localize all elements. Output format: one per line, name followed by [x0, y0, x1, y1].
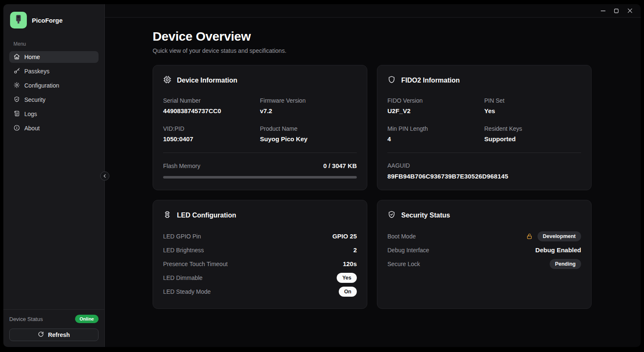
led-setting-row: LED GPIO Pin GPIO 25: [163, 229, 357, 243]
status-value-group: Development: [526, 231, 582, 241]
sidebar-item-label: About: [24, 125, 40, 132]
chevron-left-icon: [103, 172, 107, 180]
field-label: Serial Number: [163, 97, 260, 104]
window-minimize-button[interactable]: [596, 4, 610, 18]
fido2-information-card: FIDO2 Information FIDO Version U2F_V2 PI…: [377, 65, 592, 190]
status-badge: Pending: [550, 259, 581, 269]
card-divider: [387, 153, 581, 153]
sidebar-item-label: Home: [24, 54, 40, 60]
card-divider: [163, 153, 357, 153]
sidebar-item-label: Security: [24, 96, 46, 103]
refresh-button-label: Refresh: [48, 331, 70, 338]
field-value: 1050:0407: [163, 135, 260, 142]
card-title: Device Information: [177, 77, 237, 84]
led-setting-row: Presence Touch Timeout 120s: [163, 257, 357, 271]
field-value: Suyog Pico Key: [260, 135, 357, 142]
security-status-row: Secure Lock Pending: [387, 257, 581, 271]
field: FIDO Version U2F_V2: [387, 97, 484, 114]
field-value: Yes: [484, 107, 581, 114]
field-label: VID:PID: [163, 125, 260, 132]
sidebar-footer: Device Status Online Refresh: [3, 309, 104, 347]
setting-label: LED Dimmable: [163, 274, 203, 281]
led-setting-row: LED Steady Mode On: [163, 285, 357, 298]
security-status-list: Boot Mode Development: [387, 229, 581, 271]
field-label: Product Name: [260, 125, 357, 132]
security-status-row: Boot Mode Development: [387, 229, 581, 243]
window-titlebar: [105, 4, 641, 18]
card-title: Security Status: [401, 212, 450, 219]
setting-value: GPIO 25: [332, 233, 357, 240]
sidebar-item-configuration[interactable]: Configuration: [9, 80, 99, 91]
flash-memory-progress: [163, 176, 357, 179]
setting-badge: Yes: [337, 273, 357, 283]
card-title: FIDO2 Information: [401, 77, 460, 84]
field-label: Firmware Version: [260, 97, 357, 104]
shield-icon: [387, 75, 396, 85]
led-configuration-header: LED Configuration: [163, 210, 357, 220]
gear-icon: [13, 82, 20, 90]
sidebar-item-about[interactable]: About: [9, 122, 99, 134]
flash-memory-value: 0 / 3047 KB: [323, 162, 357, 169]
sidebar-body: PicoForge Menu Home: [3, 4, 104, 309]
app-logo-row: PicoForge: [9, 12, 99, 28]
home-icon: [13, 53, 20, 61]
security-status-header: Security Status: [387, 210, 581, 220]
shield-check-icon: [13, 96, 20, 104]
unlock-icon: [526, 233, 533, 240]
led-chip-icon: [163, 210, 171, 220]
fido2-information-header: FIDO2 Information: [387, 75, 581, 85]
field-label: Min PIN Length: [387, 125, 484, 132]
card-title: LED Configuration: [177, 212, 236, 219]
led-setting-row: LED Dimmable Yes: [163, 271, 357, 285]
setting-label: LED GPIO Pin: [163, 233, 201, 240]
app-name: PicoForge: [32, 17, 62, 24]
field: PIN Set Yes: [484, 97, 581, 114]
field-value: 4: [387, 135, 484, 142]
field-value: U2F_V2: [387, 107, 484, 114]
online-status-badge: Online: [75, 315, 99, 323]
field: VID:PID 1050:0407: [163, 125, 260, 142]
shield-check-icon: [387, 210, 396, 220]
window-maximize-button[interactable]: [610, 4, 623, 18]
setting-label: Presence Touch Timeout: [163, 261, 228, 267]
refresh-button[interactable]: Refresh: [9, 329, 99, 341]
field: Min PIN Length 4: [387, 125, 484, 142]
sidebar-item-passkeys[interactable]: Passkeys: [9, 65, 99, 77]
led-setting-row: LED Brightness 2: [163, 243, 357, 257]
led-configuration-card: LED Configuration LED GPIO Pin GPIO 25 L…: [153, 200, 367, 309]
sidebar-item-label: Logs: [24, 111, 37, 117]
usb-key-icon: [13, 14, 24, 26]
flash-memory-row: Flash Memory 0 / 3047 KB: [163, 162, 357, 169]
key-icon: [13, 67, 20, 75]
page-title: Device Overview: [153, 29, 592, 44]
device-information-fields: Serial Number 4490838745737CC0 Firmware …: [163, 97, 357, 142]
status-label: Boot Mode: [387, 233, 416, 240]
aaguid-value: 89FB94B706C936739B7E30526D968145: [387, 173, 581, 180]
flash-memory-label: Flash Memory: [163, 163, 200, 169]
setting-label: LED Steady Mode: [163, 288, 211, 295]
device-information-card: Device Information Serial Number 4490838…: [153, 65, 367, 190]
fido2-fields: FIDO Version U2F_V2 PIN Set Yes Min PIN …: [387, 97, 581, 142]
sidebar-nav: Home Passkeys: [9, 51, 99, 134]
status-badge: Development: [538, 231, 582, 241]
field: Firmware Version v7.2: [260, 97, 357, 114]
cpu-icon: [163, 75, 171, 85]
refresh-icon: [38, 331, 44, 339]
sidebar-item-logs[interactable]: Logs: [9, 108, 99, 120]
window-close-button[interactable]: [623, 4, 636, 18]
field: Product Name Suyog Pico Key: [260, 125, 357, 142]
device-status-label: Device Status: [9, 316, 43, 322]
sidebar-collapse-button[interactable]: [100, 171, 109, 181]
field-value: Supported: [484, 135, 581, 142]
main-area: Device Overview Quick view of your devic…: [105, 4, 641, 347]
app-window: PicoForge Menu Home: [3, 4, 641, 347]
led-settings-list: LED GPIO Pin GPIO 25 LED Brightness 2 Pr…: [163, 229, 357, 298]
field-label: Resident Keys: [484, 125, 581, 132]
security-status-row: Debug Interface Debug Enabled: [387, 243, 581, 257]
sidebar-item-security[interactable]: Security: [9, 94, 99, 106]
app-logo: [10, 12, 27, 28]
sidebar: PicoForge Menu Home: [3, 4, 105, 347]
sidebar-item-label: Configuration: [24, 82, 59, 89]
status-value: Debug Enabled: [535, 246, 581, 254]
sidebar-item-home[interactable]: Home: [9, 51, 99, 63]
